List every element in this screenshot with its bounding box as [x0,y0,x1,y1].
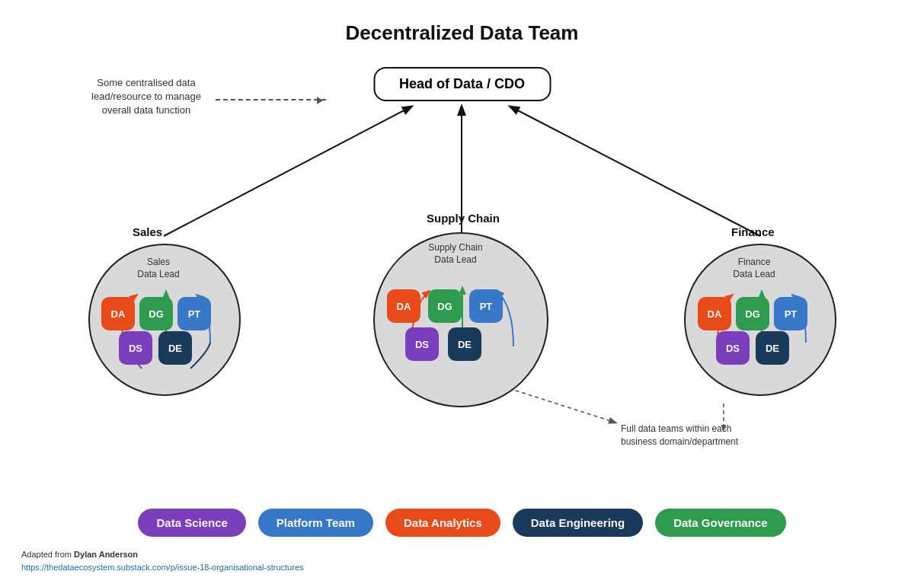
svg-line-2 [510,107,760,236]
sales-da-badge: DA [101,297,135,330]
footer-link[interactable]: https://thedataecosystem.substack.com/p/… [21,563,304,572]
footer-author: Dylan Anderson [74,550,138,559]
legend-row: Data Science Platform Team Data Analytic… [0,509,924,537]
svg-line-0 [164,107,411,236]
finance-de-badge: DE [756,331,789,365]
legend-data-governance: Data Governance [655,509,785,537]
sales-de-badge: DE [158,331,192,365]
footer: Adapted from Dylan Anderson https://thed… [21,548,304,573]
svg-line-3 [509,388,615,423]
sc-da-badge: DA [387,289,420,323]
finance-pt-badge: PT [774,297,807,330]
sales-label: Sales [133,225,162,238]
finance-ds-badge: DS [716,331,750,365]
sc-ds-badge: DS [405,327,439,361]
legend-data-science: Data Science [138,509,245,537]
cdo-box: Head of Data / CDO [373,67,551,101]
finance-dg-badge: DG [736,297,769,330]
page-title: Decentralized Data Team [0,0,924,45]
sc-dg-badge: DG [428,289,462,323]
dashed-arrow [216,99,326,101]
finance-data-lead: FinanceData Lead [724,257,785,280]
sales-pt-badge: PT [177,297,211,330]
sc-pt-badge: PT [469,289,503,323]
finance-da-badge: DA [698,297,731,330]
supply-chain-label: Supply Chain [427,212,500,225]
legend-data-analytics: Data Analytics [385,509,500,537]
legend-data-engineering: Data Engineering [513,509,643,537]
full-teams-annotation: Full data teams within eachbusiness doma… [621,423,773,448]
page: Decentralized Data Team Head of Data / C… [0,0,924,584]
sales-dg-badge: DG [139,297,173,330]
sales-ds-badge: DS [119,331,152,365]
annotation-text: Some centralised data lead/resource to m… [78,76,215,118]
legend-platform-team: Platform Team [258,509,373,537]
sales-data-lead: SalesData Lead [128,257,189,280]
finance-label: Finance [731,225,775,238]
supply-chain-data-lead: Supply ChainData Lead [417,242,494,266]
sc-de-badge: DE [448,327,481,361]
